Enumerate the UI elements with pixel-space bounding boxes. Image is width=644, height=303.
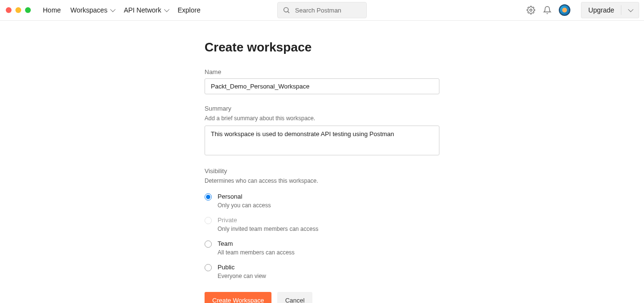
radio-desc: Only invited team members can access xyxy=(218,226,318,232)
topbar: Home Workspaces API Network Explore Upgr… xyxy=(0,0,644,21)
visibility-team[interactable]: Team All team members can access xyxy=(205,240,439,256)
nav-workspaces[interactable]: Workspaces xyxy=(70,6,114,14)
divider xyxy=(621,5,621,15)
visibility-label: Visibility xyxy=(205,167,439,175)
name-label: Name xyxy=(205,68,439,76)
radio-desc: Only you can access xyxy=(218,202,271,209)
nav-home-label: Home xyxy=(43,6,61,14)
bell-icon xyxy=(543,6,552,14)
visibility-personal[interactable]: Personal Only you can access xyxy=(205,193,439,209)
visibility-public[interactable]: Public Everyone can view xyxy=(205,264,439,279)
window-traffic-lights xyxy=(6,7,31,13)
chevron-down-icon xyxy=(110,7,116,12)
nav-explore-label: Explore xyxy=(178,6,200,14)
radio-body: Public Everyone can view xyxy=(218,264,266,279)
form-actions: Create Workspace Cancel xyxy=(205,292,439,303)
radio-body: Private Only invited team members can ac… xyxy=(218,216,318,232)
topbar-right: Upgrade xyxy=(526,2,639,18)
radio-body: Team All team members can access xyxy=(218,240,295,256)
radio-label: Public xyxy=(218,264,266,271)
window-minimize-dot[interactable] xyxy=(15,7,21,13)
radio-desc: All team members can access xyxy=(218,249,295,256)
radio-body: Personal Only you can access xyxy=(218,193,271,209)
nav-api-network[interactable]: API Network xyxy=(124,6,168,14)
name-block: Name xyxy=(205,68,439,94)
radio-desc: Everyone can view xyxy=(218,273,266,279)
upgrade-label: Upgrade xyxy=(588,6,614,14)
chevron-down-icon xyxy=(628,7,633,12)
nav-api-network-label: API Network xyxy=(124,6,161,14)
summary-input[interactable] xyxy=(205,126,439,155)
svg-point-2 xyxy=(530,9,532,12)
settings-button[interactable] xyxy=(526,5,536,15)
radio-label: Private xyxy=(218,216,318,224)
nav-workspaces-label: Workspaces xyxy=(70,6,107,14)
nav-explore[interactable]: Explore xyxy=(178,6,200,14)
visibility-block: Visibility Determines who can access thi… xyxy=(205,167,439,279)
nav-home[interactable]: Home xyxy=(43,6,61,14)
visibility-sub: Determines who can access this workspace… xyxy=(205,177,439,184)
page-body: Create workspace Name Summary Add a brie… xyxy=(0,21,644,303)
visibility-options: Personal Only you can access Private Onl… xyxy=(205,193,439,279)
radio-icon xyxy=(205,193,212,201)
radio-label: Team xyxy=(218,240,295,247)
radio-icon xyxy=(205,217,212,224)
gear-icon xyxy=(527,6,535,14)
page-title: Create workspace xyxy=(205,40,439,55)
window-maximize-dot[interactable] xyxy=(25,7,31,13)
summary-sub: Add a brief summary about this workspace… xyxy=(205,115,439,122)
cancel-button[interactable]: Cancel xyxy=(277,292,312,303)
summary-label: Summary xyxy=(205,105,439,112)
visibility-private[interactable]: Private Only invited team members can ac… xyxy=(205,216,439,232)
create-workspace-form: Create workspace Name Summary Add a brie… xyxy=(205,40,439,303)
radio-label: Personal xyxy=(218,193,271,200)
avatar[interactable] xyxy=(559,4,570,16)
top-nav: Home Workspaces API Network Explore xyxy=(43,6,200,14)
name-input[interactable] xyxy=(205,78,439,94)
radio-icon xyxy=(205,240,212,248)
window-close-dot[interactable] xyxy=(6,7,12,13)
radio-icon xyxy=(205,264,212,271)
search-input[interactable] xyxy=(294,6,352,14)
chevron-down-icon xyxy=(164,7,169,12)
notifications-button[interactable] xyxy=(542,5,552,15)
summary-block: Summary Add a brief summary about this w… xyxy=(205,105,439,157)
search-icon xyxy=(283,6,290,14)
create-workspace-button[interactable]: Create Workspace xyxy=(205,292,271,303)
upgrade-button[interactable]: Upgrade xyxy=(581,2,639,18)
svg-line-1 xyxy=(288,12,289,13)
svg-point-0 xyxy=(284,8,288,12)
search-box[interactable] xyxy=(277,2,367,18)
